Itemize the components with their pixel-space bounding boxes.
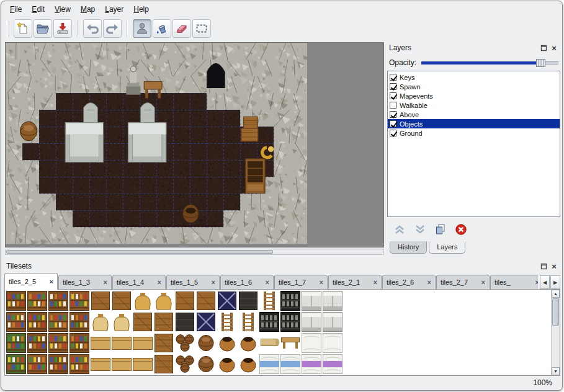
layer-visibility-checkbox[interactable] — [390, 130, 396, 136]
layer-name: Ground — [400, 130, 423, 137]
undo-button[interactable] — [83, 19, 102, 38]
layer-ops-toolbar — [392, 221, 468, 238]
tileset-tab-label: tiles_2_5 — [9, 278, 47, 285]
raise-layer-button[interactable] — [392, 222, 407, 237]
opacity-slider-handle[interactable] — [536, 59, 545, 67]
menu-help[interactable]: Help — [128, 3, 154, 16]
layer-row-objects[interactable]: Objects — [388, 119, 560, 128]
tileset-tab-scroll: ◀ ▶ — [540, 275, 560, 289]
menu-file[interactable]: File — [5, 3, 27, 16]
redo-button[interactable] — [103, 19, 122, 38]
float-panel-icon[interactable] — [539, 262, 548, 270]
layer-name: Mapevents — [400, 92, 433, 100]
scroll-down-icon[interactable]: ▼ — [552, 367, 560, 375]
opacity-slider[interactable] — [421, 58, 558, 68]
layers-panel: Layers × Opacity: KeysSpawnMapeventsWalk… — [386, 42, 562, 254]
scrollbar-thumb[interactable] — [6, 250, 273, 254]
select-tool-button[interactable] — [192, 19, 211, 38]
tileset-tab-tiles_1_5[interactable]: tiles_1_5× — [166, 275, 220, 290]
scrollbar-thumb[interactable] — [552, 298, 559, 326]
tileset-palette[interactable]: ▲ ▼ — [4, 289, 560, 376]
fill-tool-button[interactable] — [153, 19, 171, 38]
tileset-tab-tiles_2_1[interactable]: tiles_2_1× — [328, 275, 382, 290]
tileset-tab-tiles_1_7[interactable]: tiles_1_7× — [274, 275, 328, 290]
menu-view[interactable]: View — [50, 3, 76, 16]
close-panel-icon[interactable]: × — [550, 262, 558, 270]
tab-close-icon[interactable]: × — [481, 278, 485, 286]
tileset-tab-tiles_[interactable]: tiles_× — [490, 275, 538, 290]
palette-vertical-scrollbar[interactable]: ▲ ▼ — [551, 290, 560, 375]
tileset-tab-tiles_1_3[interactable]: tiles_1_3× — [58, 275, 112, 290]
layers-panel-titlebar: Layers × — [386, 42, 562, 53]
layer-name: Above — [400, 111, 419, 118]
layer-row-above[interactable]: Above — [388, 110, 560, 119]
eraser-tool-button[interactable] — [172, 19, 191, 38]
tileset-tab-label: tiles_ — [495, 278, 533, 286]
app-window: FileEditViewMapLayerHelp Layers × Opacit… — [1, 1, 563, 391]
tab-close-icon[interactable]: × — [535, 278, 538, 286]
tileset-tab-label: tiles_1_7 — [279, 278, 317, 286]
layer-visibility-checkbox[interactable] — [390, 111, 396, 118]
layer-name: Objects — [400, 120, 423, 128]
layers-panel-title: Layers — [389, 43, 537, 52]
new-file-button[interactable] — [14, 19, 32, 38]
tab-close-icon[interactable]: × — [50, 278, 53, 285]
tileset-tab-label: tiles_1_5 — [171, 278, 209, 286]
layer-row-spawn[interactable]: Spawn — [388, 82, 560, 91]
map-canvas-area[interactable] — [5, 42, 384, 247]
tab-close-icon[interactable]: × — [212, 278, 215, 286]
dock-tab-layers[interactable]: Layers — [429, 241, 465, 254]
toolbar-handle[interactable] — [6, 20, 9, 37]
layer-row-keys[interactable]: Keys — [388, 73, 560, 82]
opacity-label: Opacity: — [389, 58, 416, 67]
delete-layer-button[interactable] — [454, 222, 468, 237]
scroll-tabs-right-icon[interactable]: ▶ — [550, 275, 560, 289]
menu-map[interactable]: Map — [76, 3, 100, 16]
layer-visibility-checkbox[interactable] — [390, 92, 396, 99]
tileset-tab-label: tiles_1_3 — [63, 278, 101, 286]
duplicate-layer-button[interactable] — [433, 222, 448, 237]
float-panel-icon[interactable] — [539, 44, 548, 52]
tilesets-panel-title: Tilesets — [6, 262, 537, 270]
dock-tab-bar: HistoryLayers — [390, 241, 465, 254]
lower-layer-button[interactable] — [413, 222, 427, 237]
layer-visibility-checkbox[interactable] — [390, 120, 396, 127]
stamp-tool-button[interactable] — [133, 19, 151, 38]
layer-list: KeysSpawnMapeventsWalkableAboveObjectsGr… — [387, 71, 560, 217]
close-panel-icon[interactable]: × — [550, 44, 558, 52]
layer-visibility-checkbox[interactable] — [390, 83, 396, 90]
tileset-tab-tiles_1_4[interactable]: tiles_1_4× — [112, 275, 166, 290]
layer-row-mapevents[interactable]: Mapevents — [388, 91, 560, 100]
map-canvas[interactable] — [6, 43, 307, 244]
layer-visibility-checkbox[interactable] — [390, 74, 396, 81]
scroll-tabs-left-icon[interactable]: ◀ — [540, 275, 550, 289]
tab-close-icon[interactable]: × — [158, 278, 161, 286]
menu-layer[interactable]: Layer — [100, 3, 128, 16]
tileset-palette-canvas[interactable] — [6, 290, 343, 375]
tab-close-icon[interactable]: × — [320, 278, 323, 286]
layer-name: Walkable — [400, 102, 427, 109]
layer-visibility-checkbox[interactable] — [390, 102, 396, 109]
menu-edit[interactable]: Edit — [27, 3, 50, 16]
map-horizontal-scrollbar[interactable] — [5, 249, 384, 255]
dock-tab-history[interactable]: History — [390, 241, 427, 254]
tileset-tab-label: tiles_2_7 — [441, 278, 479, 286]
tileset-tab-tiles_1_6[interactable]: tiles_1_6× — [220, 275, 274, 290]
layer-row-ground[interactable]: Ground — [388, 128, 560, 138]
menu-bar: FileEditViewMapLayerHelp — [5, 2, 154, 16]
layer-row-walkable[interactable]: Walkable — [388, 100, 560, 110]
tileset-tab-tiles_2_7[interactable]: tiles_2_7× — [436, 275, 490, 290]
toolbar — [5, 17, 212, 40]
open-button[interactable] — [34, 19, 52, 38]
tab-close-icon[interactable]: × — [104, 278, 107, 286]
tab-close-icon[interactable]: × — [266, 278, 269, 286]
tileset-tab-tiles_2_5[interactable]: tiles_2_5× — [4, 273, 58, 290]
tileset-tab-tiles_2_6[interactable]: tiles_2_6× — [382, 275, 436, 290]
tab-close-icon[interactable]: × — [427, 278, 431, 286]
tab-close-icon[interactable]: × — [374, 278, 377, 286]
tilesets-panel: Tilesets × tiles_2_5×tiles_1_3×tiles_1_4… — [3, 261, 562, 378]
save-button[interactable] — [53, 19, 72, 38]
opacity-slider-fill — [421, 61, 536, 65]
scroll-up-icon[interactable]: ▲ — [552, 290, 560, 298]
toolbar-separator — [77, 20, 78, 37]
